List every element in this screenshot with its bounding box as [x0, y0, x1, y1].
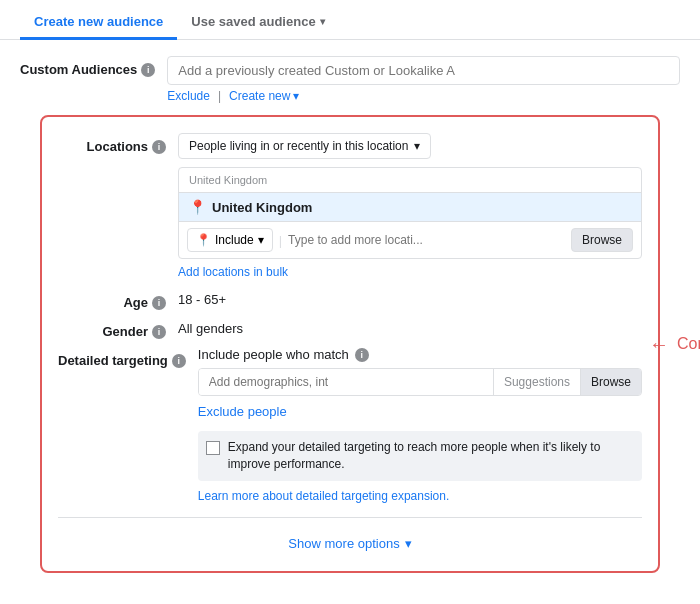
- core-audiences-label: ← Core Audiences: [649, 332, 700, 355]
- core-audiences-arrow-icon: ←: [649, 332, 669, 355]
- age-info-icon[interactable]: i: [152, 296, 166, 310]
- match-info-icon[interactable]: i: [355, 348, 369, 362]
- location-pin-icon: 📍: [189, 199, 206, 215]
- gender-label: Gender i: [58, 318, 178, 339]
- detailed-targeting-label: Detailed targeting i: [58, 347, 198, 368]
- detailed-targeting-content: Include people who match i Suggestions B…: [198, 347, 642, 503]
- detailed-targeting-info-icon[interactable]: i: [172, 354, 186, 368]
- demographics-browse-button[interactable]: Browse: [580, 369, 641, 395]
- tab-use-saved[interactable]: Use saved audience ▾: [177, 6, 338, 40]
- gender-value: All genders: [178, 321, 243, 336]
- gender-content: All genders: [178, 321, 642, 336]
- location-country-header: United Kingdom: [179, 168, 641, 193]
- include-dropdown[interactable]: 📍 Include ▾: [187, 228, 273, 252]
- create-new-arrow-icon: ▾: [293, 89, 299, 103]
- age-content: 18 - 65+: [178, 292, 642, 307]
- exclude-link[interactable]: Exclude: [167, 89, 210, 103]
- location-type-dropdown-icon: ▾: [414, 139, 420, 153]
- demographics-input[interactable]: [199, 369, 493, 395]
- add-locations-bulk-link[interactable]: Add locations in bulk: [178, 265, 288, 279]
- show-more-button[interactable]: Show more options ▾: [280, 532, 419, 555]
- audience-actions: Exclude | Create new ▾: [167, 89, 680, 103]
- tab-create-new[interactable]: Create new audience: [20, 6, 177, 40]
- create-new-dropdown[interactable]: Create new ▾: [229, 89, 299, 103]
- search-separator: |: [279, 233, 282, 248]
- learn-more-link[interactable]: Learn more about detailed targeting expa…: [198, 489, 642, 503]
- age-value: 18 - 65+: [178, 292, 226, 307]
- add-bulk-link: Add locations in bulk: [178, 265, 642, 279]
- content-area: Custom Audiences i Exclude | Create new …: [0, 40, 700, 589]
- locations-content: People living in or recently in this loc…: [178, 133, 642, 279]
- demographics-row: Suggestions Browse: [198, 368, 642, 396]
- expand-targeting-checkbox[interactable]: [206, 441, 220, 455]
- divider: [58, 517, 642, 518]
- locations-info-icon[interactable]: i: [152, 140, 166, 154]
- pipe-separator: |: [218, 89, 221, 103]
- age-label: Age i: [58, 289, 178, 310]
- custom-audiences-info-icon[interactable]: i: [141, 63, 155, 77]
- location-browse-button[interactable]: Browse: [571, 228, 633, 252]
- show-more-arrow-icon: ▾: [405, 536, 412, 551]
- exclude-people-link[interactable]: Exclude people: [198, 404, 642, 419]
- detailed-targeting-header: Include people who match i: [198, 347, 642, 362]
- custom-audiences-row: Custom Audiences i Exclude | Create new …: [20, 56, 680, 103]
- custom-audience-input[interactable]: [167, 56, 680, 85]
- location-search-row: 📍 Include ▾ | Browse: [179, 221, 641, 258]
- gender-info-icon[interactable]: i: [152, 325, 166, 339]
- location-type-more-input[interactable]: [288, 233, 565, 247]
- gender-row: Gender i All genders: [58, 318, 642, 339]
- locations-label: Locations i: [58, 133, 178, 154]
- custom-audiences-label: Custom Audiences i: [20, 56, 167, 77]
- location-pin-small-icon: 📍: [196, 233, 211, 247]
- expand-targeting-box: Expand your detailed targeting to reach …: [198, 431, 642, 481]
- custom-audiences-content: Exclude | Create new ▾: [167, 56, 680, 103]
- detailed-targeting-row: Detailed targeting i Include people who …: [58, 347, 642, 503]
- include-arrow-icon: ▾: [258, 233, 264, 247]
- location-selected-item: 📍 United Kingdom: [179, 193, 641, 221]
- location-type-button[interactable]: People living in or recently in this loc…: [178, 133, 431, 159]
- show-more-row: Show more options ▾: [58, 532, 642, 555]
- suggestions-button[interactable]: Suggestions: [493, 369, 580, 395]
- tab-bar: Create new audience Use saved audience ▾: [0, 0, 700, 40]
- locations-row: Locations i People living in or recently…: [58, 133, 642, 279]
- saved-dropdown-arrow-icon: ▾: [320, 16, 325, 27]
- expand-targeting-text: Expand your detailed targeting to reach …: [228, 439, 634, 473]
- location-search-box: United Kingdom 📍 United Kingdom 📍 Includ…: [178, 167, 642, 259]
- core-audiences-box: Locations i People living in or recently…: [40, 115, 660, 573]
- core-audiences-wrapper: Locations i People living in or recently…: [40, 115, 660, 573]
- age-row: Age i 18 - 65+: [58, 289, 642, 310]
